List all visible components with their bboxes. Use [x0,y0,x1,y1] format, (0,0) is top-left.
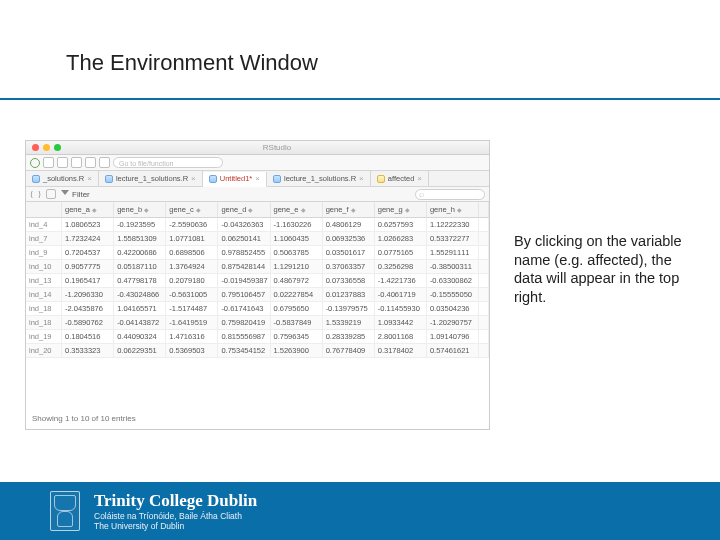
rfile-icon [209,175,217,183]
cell: -1.1630226 [271,218,323,232]
rfile-icon [105,175,113,183]
cell: 1.1060435 [271,232,323,246]
tab-solutions[interactable]: _solutions.R× [26,171,99,186]
new-project-icon[interactable] [43,157,54,168]
viewer-toolbar: ⟨ ⟩ Filter [26,187,489,202]
search-input[interactable] [415,189,485,200]
column-header[interactable]: gene_e◆ [271,202,323,218]
column-header-extra [479,202,489,218]
cell: 0.5369503 [166,344,218,358]
close-icon [32,144,39,151]
cell: 1.55291111 [427,246,479,260]
filter-button[interactable]: Filter [61,190,90,199]
save-all-icon[interactable] [85,157,96,168]
open-file-icon[interactable] [57,157,68,168]
sort-icon[interactable]: ◆ [405,206,410,213]
cell: 0.03501617 [323,246,375,260]
editor-tabs: _solutions.R× lecture_1_solutions.R× Unt… [26,171,489,187]
cell: 0.795106457 [218,288,270,302]
sort-icon[interactable]: ◆ [248,206,253,213]
column-header[interactable]: gene_b◆ [114,202,166,218]
column-header[interactable]: gene_f◆ [323,202,375,218]
cell: 0.06229351 [114,344,166,358]
cell: 0.76778409 [323,344,375,358]
cell-extra [479,218,489,232]
popout-icon[interactable] [46,189,56,199]
cell: 0.0775165 [375,246,427,260]
close-icon[interactable]: × [191,174,196,183]
column-label: gene_b [117,205,142,214]
goto-file-input[interactable]: Go to file/function [113,157,223,168]
tab-label: affected [388,174,415,183]
cell: 1.04165571 [114,302,166,316]
cell: 0.6795650 [271,302,323,316]
cell: 0.6898506 [166,246,218,260]
save-icon[interactable] [71,157,82,168]
cell: -1.2096330 [62,288,114,302]
cell: 0.07336558 [323,274,375,288]
cell-extra [479,288,489,302]
sort-icon[interactable]: ◆ [196,206,201,213]
print-icon[interactable] [99,157,110,168]
cell: -0.5890762 [62,316,114,330]
sort-icon[interactable]: ◆ [351,206,356,213]
university-name: Trinity College Dublin [94,491,257,511]
cell: 0.47798178 [114,274,166,288]
sort-icon[interactable]: ◆ [301,206,306,213]
tab-untitled[interactable]: Untitled1*× [203,172,267,187]
sort-icon[interactable]: ◆ [457,206,462,213]
cell-extra [479,274,489,288]
tab-lecture-1[interactable]: lecture_1_solutions.R× [99,171,203,186]
row-index: ind_10 [26,260,62,274]
forward-icon[interactable]: ⟩ [38,190,41,199]
column-header[interactable]: gene_d◆ [218,202,270,218]
row-index: ind_18 [26,316,62,330]
title-divider [0,98,720,100]
window-title: RStudio [65,143,489,152]
row-index: ind_4 [26,218,62,232]
cell: 0.03504236 [427,302,479,316]
column-label: gene_d [221,205,246,214]
window-titlebar: RStudio [26,141,489,155]
column-header[interactable]: gene_a◆ [62,202,114,218]
sort-icon[interactable]: ◆ [92,206,97,213]
cell: -1.5174487 [166,302,218,316]
cell: 0.7204537 [62,246,114,260]
row-index: ind_7 [26,232,62,246]
cell: -1.4221736 [375,274,427,288]
sort-icon[interactable]: ◆ [144,206,149,213]
cell: -0.04326363 [218,218,270,232]
tab-lecture-1b[interactable]: lecture_1_solutions.R× [267,171,371,186]
tab-label: _solutions.R [43,174,84,183]
zoom-icon [54,144,61,151]
cell: -0.15555050 [427,288,479,302]
column-header[interactable]: gene_h◆ [427,202,479,218]
row-index: ind_19 [26,330,62,344]
rstudio-screenshot: RStudio Go to file/function _solutions.R… [25,140,490,430]
cell: 1.0771081 [166,232,218,246]
cell: 0.44090324 [114,330,166,344]
column-header[interactable]: gene_g◆ [375,202,427,218]
tab-affected[interactable]: affected× [371,171,429,186]
close-icon[interactable]: × [359,174,364,183]
cell: 0.875428144 [218,260,270,274]
back-icon[interactable]: ⟨ [30,190,33,199]
column-header[interactable]: gene_c◆ [166,202,218,218]
close-icon[interactable]: × [417,174,422,183]
cell: 1.5263900 [271,344,323,358]
university-irish: Coláiste na Tríonóide, Baile Átha Cliath [94,511,257,521]
tab-label: Untitled1* [220,174,253,183]
close-icon[interactable]: × [87,174,92,183]
cell: 0.3256298 [375,260,427,274]
cell: 0.57461621 [427,344,479,358]
new-file-icon[interactable] [30,158,40,168]
cell: 0.6257593 [375,218,427,232]
cell-extra [479,316,489,330]
close-icon[interactable]: × [255,174,260,183]
toolbar: Go to file/function [26,155,489,171]
cell: -0.019459387 [218,274,270,288]
cell-extra [479,232,489,246]
cell: 0.978852455 [218,246,270,260]
cell: -0.04143872 [114,316,166,330]
cell: -0.5837849 [271,316,323,330]
